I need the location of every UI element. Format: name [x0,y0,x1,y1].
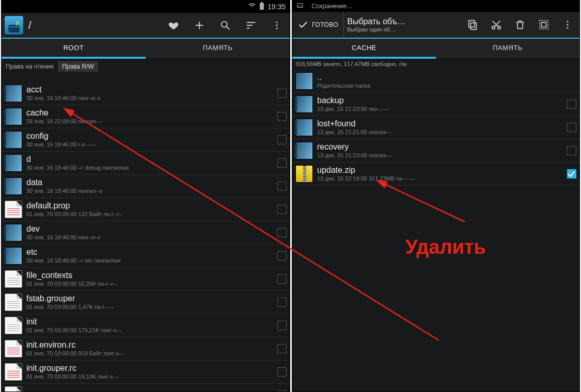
file-row[interactable]: update.zip13 дек. 15 22:18:00 311,23MB r… [292,162,579,186]
cut-button[interactable] [484,12,508,38]
file-details: 30 янв. 16 18:46:00 -> debug rwxrwxrwx [26,164,277,171]
file-row[interactable]: init01 янв. 70 03:00:00 175,21K rwxr-x--… [2,314,290,337]
file-meta: data30 янв. 16 18:46:00 rwxrwx--x [26,178,277,194]
file-lines-icon [5,363,22,381]
file-text-icon [5,317,22,334]
tab-memory-2[interactable]: ПАМЯТЬ [436,39,579,59]
file-details: 30 янв. 16 18:46:00 rwxrwx--x [26,187,277,194]
file-text-icon [5,270,22,288]
file-checkbox[interactable] [277,228,287,237]
file-checkbox[interactable] [277,135,287,144]
file-details: 13 дек. 15 22:18:00 311,23MB rw------- [317,175,567,182]
file-checkbox[interactable] [277,344,287,353]
tab-memory[interactable]: ПАМЯТЬ [146,39,290,59]
sort-button[interactable] [238,12,264,38]
file-row[interactable]: init.grouper.rc01 янв. 70 03:00:00 19,10… [2,361,290,384]
file-details: 13 дек. 15 21:23:00 rwx------ [317,105,567,112]
rights-rw-button[interactable]: Права R/W [58,61,98,72]
file-checkbox[interactable] [567,100,576,109]
file-row[interactable]: lost+found13 дек. 15 21:21:00 rwxrwx--- [292,116,579,139]
file-meta: recovery13 дек. 15 21:23:00 rwxrwx--- [317,142,567,159]
tab-cache[interactable]: CACHE [292,39,436,59]
wifi-icon [248,3,256,11]
file-row[interactable]: acct30 янв. 16 18:46:00 rwxr-xr-x [2,82,290,105]
file-checkbox[interactable] [277,274,287,284]
left-pane: 19:35 R / ROOT ПАМЯТЬ Права на чтение Пр… [1,0,290,392]
file-checkbox[interactable] [277,158,287,168]
file-checkbox[interactable] [277,298,287,307]
file-details: 01 янв. 70 03:00:00 10,26K rw-r--r-- [26,280,277,287]
up-icon [295,72,313,90]
file-row[interactable]: config30 янв. 16 18:46:00 r-x------ [2,128,290,152]
tab-root[interactable]: ROOT [2,39,146,59]
file-checkbox[interactable] [567,169,576,178]
file-details: 01 янв. 70 03:00:00 19,10K rwxr-x--- [26,373,277,380]
right-tab-bar: CACHE ПАМЯТЬ [292,39,579,59]
favorite-button[interactable] [161,12,186,38]
folder-icon [5,177,22,195]
svg-rect-15 [567,21,569,23]
file-row[interactable]: init.environ.rc01 янв. 70 03:00:00 919 Б… [2,337,290,361]
file-row[interactable]: cache29 янв. 16 22:09:00 rwxrwx--- [2,105,290,128]
file-meta: cache29 янв. 16 22:09:00 rwxrwx--- [26,108,277,125]
file-checkbox[interactable] [277,251,287,260]
search-button[interactable] [212,12,238,38]
done-button[interactable]: ГОТОВО [292,12,344,38]
file-checkbox[interactable] [277,390,287,391]
file-meta: file_contexts01 янв. 70 03:00:00 10,26K … [26,271,277,287]
overflow-button-2[interactable] [556,12,579,38]
file-row[interactable]: fstab.grouper01 янв. 70 03:00:00 1,47K r… [2,291,290,314]
file-name: data [26,178,277,187]
file-name: init.environ.rc [26,340,277,350]
file-name: init [26,317,277,326]
file-row[interactable]: recovery13 дек. 15 21:23:00 rwxrwx--- [292,139,579,162]
file-row[interactable]: d30 янв. 16 18:46:00 -> debug rwxrwxrwx [2,152,290,175]
file-lines-icon [5,340,22,357]
file-details: 13 дек. 15 21:23:00 rwxrwx--- [317,152,567,159]
file-checkbox[interactable] [277,112,287,121]
svg-rect-10 [469,21,475,27]
file-details: 01 янв. 70 03:00:00 1,47K rw-r----- [26,303,277,311]
file-checkbox[interactable] [277,321,287,330]
file-row[interactable]: data30 янв. 16 18:46:00 rwxrwx--x [2,175,290,198]
add-button[interactable] [186,12,212,38]
file-name: cache [26,108,277,118]
file-row[interactable]: dev30 янв. 16 18:46:00 rwxr-xr-x [2,221,290,244]
file-row[interactable]: etc30 янв. 16 18:46:00 -> etc rwxrwxrwx [2,244,290,268]
selection-title[interactable]: Выбрать объ… Выбран один об… [344,17,408,32]
path-title[interactable]: / [25,20,35,31]
done-label: ГОТОВО [312,21,338,28]
status-bar: 19:35 [2,1,290,13]
file-row[interactable]: backup13 дек. 15 21:23:00 rwx------ [292,93,579,116]
file-checkbox[interactable] [567,146,576,155]
right-pane: Сохранение… ГОТОВО Выбрать объ… Выбран о… [292,0,580,392]
clock: 19:35 [268,3,286,11]
folder-icon [295,142,313,159]
file-meta: default.prop01 янв. 70 03:00:00 132 Байт… [26,201,277,218]
file-checkbox[interactable] [277,89,287,98]
left-file-list[interactable]: acct30 янв. 16 18:46:00 rwxr-xr-xcache29… [2,82,290,391]
file-row[interactable]: ..Родительская папка [292,70,579,93]
file-checkbox[interactable] [277,205,287,214]
file-name: etc [26,248,277,257]
svg-text:R: R [15,20,19,27]
copy-button[interactable] [461,12,484,38]
svg-rect-16 [567,24,569,26]
app-icon[interactable]: R [5,16,23,35]
svg-rect-7 [276,28,278,29]
file-row[interactable]: file_contexts01 янв. 70 03:00:00 10,26K … [2,268,290,291]
select-all-button[interactable] [532,12,556,38]
file-checkbox[interactable] [277,367,287,377]
file-row[interactable]: default.prop01 янв. 70 03:00:00 132 Байт… [2,198,290,221]
picture-icon [296,3,304,10]
right-file-list[interactable]: ..Родительская папкаbackup13 дек. 15 21:… [292,70,579,391]
delete-button[interactable] [508,12,532,38]
file-meta: init.environ.rc01 янв. 70 03:00:00 919 Б… [26,340,277,357]
file-checkbox[interactable] [277,182,287,191]
file-row[interactable]: init.grouper.usb.rc [2,384,290,391]
svg-rect-6 [276,25,278,26]
overflow-button[interactable] [264,12,290,38]
file-checkbox[interactable] [567,123,576,132]
file-meta: acct30 янв. 16 18:46:00 rwxr-xr-x [26,85,277,102]
file-details: 01 янв. 70 03:00:00 132 Байт rw-r--r-- [26,210,277,218]
